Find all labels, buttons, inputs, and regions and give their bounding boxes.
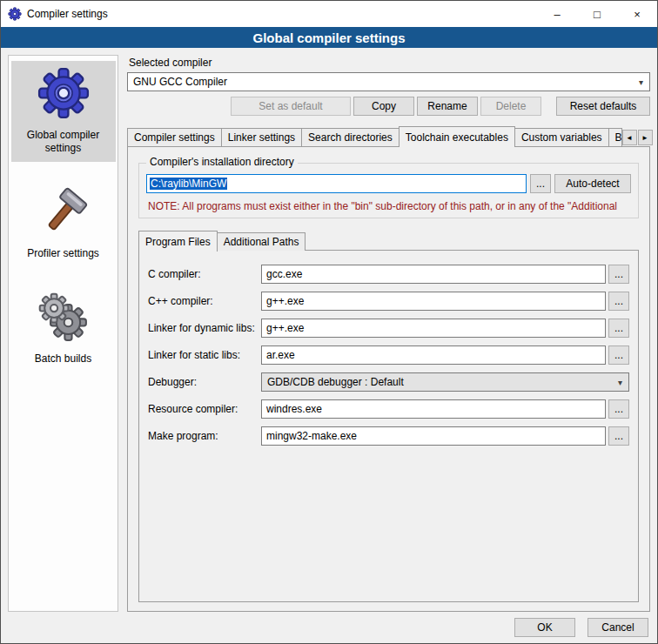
tab-build-options[interactable]: Buil [608,128,622,146]
sidebar-item-profiler-settings[interactable]: Profiler settings [11,181,116,267]
sidebar: Global compiler settings Profiler settin… [8,55,118,612]
cpp-compiler-row: C++ compiler: ... [148,292,629,311]
sidebar-item-batch-builds[interactable]: Batch builds [11,286,116,372]
linker-dynamic-browse-button[interactable]: ... [608,319,629,338]
gray-gears-icon [37,292,90,344]
cancel-button[interactable]: Cancel [588,618,648,637]
tab-scroll-right-icon[interactable]: ► [638,130,653,145]
dialog-footer: OK Cancel [1,612,657,643]
minimize-button[interactable]: – [537,1,577,27]
resource-compiler-row: Resource compiler: ... [148,399,629,419]
rename-button[interactable]: Rename [417,97,478,116]
c-compiler-row: C compiler: ... [148,265,629,284]
subtab-program-files[interactable]: Program Files [138,231,218,252]
field-label: Resource compiler: [148,403,261,415]
window-title: Compiler settings [27,8,108,20]
tab-search-directories[interactable]: Search directories [301,128,400,146]
settings-tabs: Compiler settings Linker settings Search… [127,126,650,146]
hammer-icon [37,186,90,238]
make-program-input[interactable] [261,426,606,446]
tab-custom-variables[interactable]: Custom variables [514,128,609,146]
field-label: C compiler: [148,268,261,280]
debugger-select[interactable]: GDB/CDB debugger : Default ▾ [261,372,629,392]
main-panel: Selected compiler GNU GCC Compiler ▾ Set… [127,55,650,612]
note-text: NOTE: All programs must exist either in … [148,200,631,212]
delete-button[interactable]: Delete [480,97,541,116]
sidebar-item-global-compiler-settings[interactable]: Global compiler settings [11,61,116,162]
debugger-row: Debugger: GDB/CDB debugger : Default ▾ [148,372,629,392]
reset-defaults-button[interactable]: Reset defaults [556,97,650,116]
tab-linker-settings[interactable]: Linker settings [221,128,302,146]
sidebar-item-label: Profiler settings [27,247,99,260]
tab-compiler-settings[interactable]: Compiler settings [127,128,222,146]
cpp-compiler-input[interactable] [261,292,606,311]
sidebar-item-label: Global compiler settings [13,129,114,155]
debugger-select-value: GDB/CDB debugger : Default [267,376,404,388]
tab-scroll-buttons: ◄ ► [622,130,653,146]
titlebar: Compiler settings – □ × [1,1,657,27]
resource-compiler-input[interactable] [261,399,606,419]
compiler-select-value: GNU GCC Compiler [133,76,227,88]
tab-scroll-left-icon[interactable]: ◄ [622,130,637,145]
program-tabs: Program Files Additional Paths [138,231,639,251]
chevron-down-icon: ▾ [615,378,625,387]
compiler-select[interactable]: GNU GCC Compiler ▾ [127,72,650,91]
c-compiler-browse-button[interactable]: ... [608,265,629,284]
ok-button[interactable]: OK [514,618,575,637]
app-gear-icon [8,7,22,21]
group-title: Compiler's installation directory [146,156,298,168]
linker-dynamic-input[interactable] [261,319,606,338]
make-program-browse-button[interactable]: ... [608,426,629,446]
installation-directory-row: C:\raylib\MinGW ... Auto-detect [146,174,631,193]
sidebar-item-label: Batch builds [35,352,91,366]
compiler-buttons-row: Set as default Copy Rename Delete Reset … [127,97,650,116]
field-label: Debugger: [148,376,261,388]
installation-directory-input[interactable]: C:\raylib\MinGW [146,174,527,193]
c-compiler-input[interactable] [261,265,606,284]
field-label: Linker for static libs: [148,349,261,361]
field-label: Linker for dynamic libs: [148,322,261,334]
linker-dynamic-row: Linker for dynamic libs: ... [148,319,629,338]
make-program-row: Make program: ... [148,426,629,446]
field-label: C++ compiler: [148,295,261,307]
linker-static-row: Linker for static libs: ... [148,345,629,365]
auto-detect-button[interactable]: Auto-detect [554,174,631,193]
compiler-settings-window: Compiler settings – □ × Global compiler … [0,0,658,644]
set-as-default-button[interactable]: Set as default [231,97,351,116]
maximize-button[interactable]: □ [577,1,617,27]
path-selected-text: C:\raylib\MinGW [150,178,227,190]
toolchain-executables-panel: Compiler's installation directory C:\ray… [127,146,650,612]
close-button[interactable]: × [617,1,657,27]
copy-button[interactable]: Copy [353,97,414,116]
directory-browse-button[interactable]: ... [530,174,551,193]
installation-directory-group: Compiler's installation directory C:\ray… [138,163,639,218]
cpp-compiler-browse-button[interactable]: ... [608,292,629,311]
dialog-header: Global compiler settings [1,27,657,48]
resource-compiler-browse-button[interactable]: ... [608,399,629,419]
tab-toolchain-executables[interactable]: Toolchain executables [399,126,515,147]
blue-gear-icon [37,66,91,120]
linker-static-browse-button[interactable]: ... [608,345,629,365]
selected-compiler-label: Selected compiler [129,57,650,69]
subtab-additional-paths[interactable]: Additional Paths [217,232,306,251]
program-files-panel: C compiler: ... C++ compiler: ... Linker… [138,250,639,602]
field-label: Make program: [148,430,261,442]
dialog-content: Global compiler settings Profiler settin… [1,48,657,612]
chevron-down-icon: ▾ [636,77,646,87]
linker-static-input[interactable] [261,345,606,365]
